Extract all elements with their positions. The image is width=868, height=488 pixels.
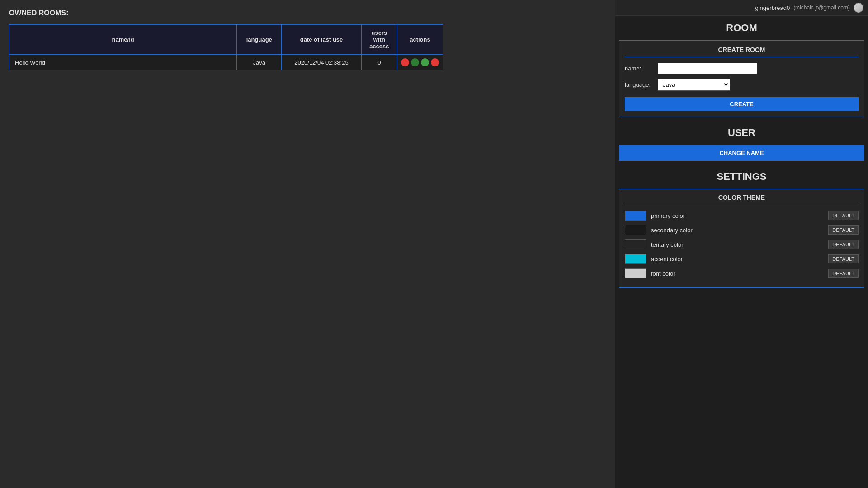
color-label-3: accent color xyxy=(651,256,824,263)
color-rows: primary colorDEFAULTsecondary colorDEFAU… xyxy=(625,211,859,278)
create-room-box: CREATE ROOM name: language: JavaPythonC+… xyxy=(619,40,864,117)
language-label: language: xyxy=(625,81,654,88)
rooms-table: name/id language date of last use users … xyxy=(9,24,443,70)
table-row: Hello WorldJava2020/12/04 02:38:250 xyxy=(9,55,443,70)
color-theme-title: COLOR THEME xyxy=(625,194,859,205)
color-swatch-1[interactable] xyxy=(625,225,646,235)
main-panel: OWNED ROOMS: name/id language date of la… xyxy=(0,0,615,488)
language-select[interactable]: JavaPythonC++JavaScript xyxy=(658,79,730,91)
color-swatch-3[interactable] xyxy=(625,254,646,264)
create-button[interactable]: CREATE xyxy=(625,97,859,111)
color-swatch-2[interactable] xyxy=(625,239,646,249)
color-label-1: secondary color xyxy=(651,227,824,234)
name-row: name: xyxy=(625,63,859,74)
delete-icon[interactable] xyxy=(401,58,409,66)
user-section: CHANGE NAME xyxy=(619,145,864,161)
room-language-cell: Java xyxy=(237,55,282,70)
color-row-4: font colorDEFAULT xyxy=(625,268,859,278)
col-header-users: users with access xyxy=(361,25,397,55)
default-button-3[interactable]: DEFAULT xyxy=(828,254,859,263)
default-button-4[interactable]: DEFAULT xyxy=(828,269,859,278)
color-row-2: teritary colorDEFAULT xyxy=(625,239,859,249)
color-row-0: primary colorDEFAULT xyxy=(625,211,859,221)
color-label-0: primary color xyxy=(651,212,824,219)
share-icon[interactable] xyxy=(421,58,429,66)
color-swatch-0[interactable] xyxy=(625,211,646,221)
col-header-date: date of last use xyxy=(282,25,361,55)
name-label: name: xyxy=(625,65,654,72)
color-row-3: accent colorDEFAULT xyxy=(625,254,859,264)
room-name-input[interactable] xyxy=(658,63,757,74)
language-row: language: JavaPythonC++JavaScript xyxy=(625,79,859,91)
top-bar: gingerbread0 (michalc.jt@gmail.com) xyxy=(615,0,868,16)
avatar-image xyxy=(854,3,863,12)
action-buttons xyxy=(401,58,439,66)
room-users-cell: 0 xyxy=(361,55,397,70)
sidebar: gingerbread0 (michalc.jt@gmail.com) ROOM… xyxy=(615,0,868,488)
room-section-title: ROOM xyxy=(615,16,868,40)
col-header-name: name/id xyxy=(9,25,237,55)
color-theme-box: COLOR THEME primary colorDEFAULTsecondar… xyxy=(619,189,864,288)
user-email-label: (michalc.jt@gmail.com) xyxy=(793,5,850,11)
room-date-cell: 2020/12/04 02:38:25 xyxy=(282,55,361,70)
room-actions-cell xyxy=(397,55,443,70)
edit-icon[interactable] xyxy=(411,58,419,66)
color-swatch-4[interactable] xyxy=(625,268,646,278)
user-section-title: USER xyxy=(615,121,868,145)
col-header-actions: actions xyxy=(397,25,443,55)
default-button-1[interactable]: DEFAULT xyxy=(828,225,859,235)
default-button-2[interactable]: DEFAULT xyxy=(828,240,859,249)
change-name-button[interactable]: CHANGE NAME xyxy=(619,145,864,161)
username-label: gingerbread0 xyxy=(755,5,790,11)
create-room-title: CREATE ROOM xyxy=(625,46,859,57)
room-name-cell: Hello World xyxy=(9,55,237,70)
remove-icon[interactable] xyxy=(431,58,439,66)
default-button-0[interactable]: DEFAULT xyxy=(828,211,859,220)
color-label-4: font color xyxy=(651,270,824,277)
page-title: OWNED ROOMS: xyxy=(9,9,606,17)
col-header-language: language xyxy=(237,25,282,55)
settings-section-title: SETTINGS xyxy=(615,164,868,189)
avatar xyxy=(854,3,863,13)
color-label-2: teritary color xyxy=(651,241,824,248)
color-row-1: secondary colorDEFAULT xyxy=(625,225,859,235)
